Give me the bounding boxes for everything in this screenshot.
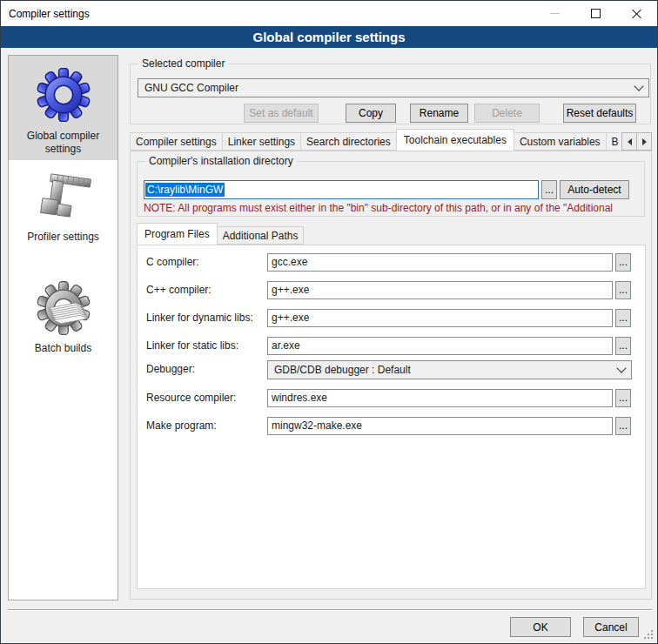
browse-dynamic-linker-button[interactable]: ... xyxy=(615,309,631,327)
compiler-select-value: GNU GCC Compiler xyxy=(144,82,238,94)
sidebar-item-global-compiler-settings[interactable]: Global compiler settings xyxy=(9,56,118,160)
titlebar[interactable]: Compiler settings xyxy=(1,1,657,26)
resize-grip-dots xyxy=(644,630,646,632)
cancel-button[interactable]: Cancel xyxy=(583,617,639,637)
resize-grip[interactable] xyxy=(643,629,654,640)
tab-linker-settings[interactable]: Linker settings xyxy=(222,132,301,151)
tab-build-options[interactable]: Build options xyxy=(606,132,619,151)
selected-path-text: C:\raylib\MinGW xyxy=(145,183,225,197)
tab-program-files[interactable]: Program Files xyxy=(137,223,218,245)
browse-c-compiler-button[interactable]: ... xyxy=(615,253,631,272)
group-legend: Compiler's installation directory xyxy=(145,156,297,167)
resource-compiler-input[interactable]: windres.exe xyxy=(267,389,613,407)
delete-button: Delete xyxy=(474,104,540,123)
field-value: g++.exe xyxy=(272,312,309,324)
field-row: Make program: mingw32-make.exe ... xyxy=(138,417,645,436)
sidebar-item-profiler-settings[interactable]: Profiler settings xyxy=(9,160,118,260)
window-controls xyxy=(534,1,657,26)
sidebar-item-label: Global compiler settings xyxy=(16,130,111,156)
field-value: GDB/CDB debugger : Default xyxy=(274,364,411,376)
compiler-settings-dialog: Compiler settings Global compiler settin… xyxy=(0,0,658,644)
page-title: Global compiler settings xyxy=(1,26,657,48)
field-row: Linker for static libs: ar.exe ... xyxy=(138,337,645,356)
tab-toolchain-executables[interactable]: Toolchain executables xyxy=(396,129,514,151)
arrow-left-icon xyxy=(628,138,632,145)
field-row: Debugger: GDB/CDB debugger : Default xyxy=(138,360,645,379)
copy-button[interactable]: Copy xyxy=(346,104,396,123)
tab-scroll-left-button[interactable] xyxy=(621,132,637,151)
arrow-right-icon xyxy=(642,138,647,145)
static-linker-input[interactable]: ar.exe xyxy=(267,337,613,355)
tab-search-directories[interactable]: Search directories xyxy=(300,132,397,151)
ok-button[interactable]: OK xyxy=(510,617,571,637)
settings-tabstrip: Compiler settings Linker settings Search… xyxy=(130,129,652,151)
field-value: windres.exe xyxy=(272,392,327,404)
maximize-button[interactable] xyxy=(575,1,616,26)
browse-cpp-compiler-button[interactable]: ... xyxy=(615,281,631,299)
installation-directory-input[interactable]: C:\raylib\MinGW xyxy=(144,180,539,199)
program-files-tabstrip: Program Files Additional Paths xyxy=(137,223,303,245)
sidebar-item-batch-builds[interactable]: Batch builds xyxy=(9,260,118,355)
minimize-button xyxy=(534,1,575,26)
tab-scroll-arrows xyxy=(622,132,652,151)
browse-directory-button[interactable]: ... xyxy=(541,180,557,199)
field-label: Resource compiler: xyxy=(146,389,236,407)
settings-sidebar: Global compiler settings xyxy=(8,55,118,600)
field-row: Linker for dynamic libs: g++.exe ... xyxy=(138,309,645,328)
maximize-icon xyxy=(591,9,601,18)
minimize-icon xyxy=(550,13,560,14)
cpp-compiler-input[interactable]: g++.exe xyxy=(267,281,613,299)
window-title: Compiler settings xyxy=(1,8,90,20)
field-value: ar.exe xyxy=(272,339,300,352)
debugger-select[interactable]: GDB/CDB debugger : Default xyxy=(267,360,632,379)
auto-detect-button[interactable]: Auto-detect xyxy=(560,180,629,199)
field-value: gcc.exe xyxy=(272,256,307,268)
selected-compiler-group: Selected compiler GNU GCC Compiler Set a… xyxy=(130,64,651,124)
field-label: Linker for dynamic libs: xyxy=(146,309,253,327)
field-label: C compiler: xyxy=(146,253,199,272)
field-row: C++ compiler: g++.exe ... xyxy=(138,281,645,300)
footer-divider xyxy=(8,609,652,611)
group-legend: Selected compiler xyxy=(138,58,228,70)
tab-compiler-settings[interactable]: Compiler settings xyxy=(130,132,223,151)
c-compiler-input[interactable]: gcc.exe xyxy=(267,253,613,272)
field-label: Linker for static libs: xyxy=(146,337,238,355)
tab-additional-paths[interactable]: Additional Paths xyxy=(217,226,305,245)
compiler-select[interactable]: GNU GCC Compiler xyxy=(138,78,649,97)
reset-defaults-button[interactable]: Reset defaults xyxy=(563,104,636,123)
field-row: Resource compiler: windres.exe ... xyxy=(138,389,645,408)
browse-static-linker-button[interactable]: ... xyxy=(615,337,631,355)
chevron-down-icon xyxy=(616,363,626,372)
program-files-page: C compiler: gcc.exe ... C++ compiler: g+… xyxy=(137,245,646,589)
close-button[interactable] xyxy=(616,1,657,26)
sidebar-item-label: Batch builds xyxy=(16,342,111,355)
tabs-clip: Compiler settings Linker settings Search… xyxy=(130,129,619,151)
browse-make-program-button[interactable]: ... xyxy=(615,417,631,435)
blue-gear-icon xyxy=(37,68,91,122)
chevron-down-icon xyxy=(634,81,643,91)
field-row: C compiler: gcc.exe ... xyxy=(138,253,645,272)
field-label: C++ compiler: xyxy=(146,281,212,299)
field-value: g++.exe xyxy=(272,284,309,296)
field-label: Debugger: xyxy=(146,360,195,379)
close-icon xyxy=(632,9,641,18)
note-text: NOTE: All programs must exist either in … xyxy=(144,202,640,215)
caliper-icon xyxy=(36,171,91,227)
browse-resource-compiler-button[interactable]: ... xyxy=(615,389,631,407)
set-as-default-button: Set as default xyxy=(244,104,319,123)
installation-directory-group: Compiler's installation directory C:\ray… xyxy=(137,161,645,217)
make-program-input[interactable]: mingw32-make.exe xyxy=(267,417,613,435)
gray-gear-papers-icon xyxy=(36,281,91,335)
field-label: Make program: xyxy=(146,417,217,435)
field-value: mingw32-make.exe xyxy=(272,419,362,432)
tab-scroll-right-button[interactable] xyxy=(636,132,652,151)
rename-button[interactable]: Rename xyxy=(410,104,468,123)
tab-custom-variables[interactable]: Custom variables xyxy=(514,132,607,151)
dynamic-linker-input[interactable]: g++.exe xyxy=(267,309,613,327)
sidebar-item-label: Profiler settings xyxy=(16,231,111,244)
